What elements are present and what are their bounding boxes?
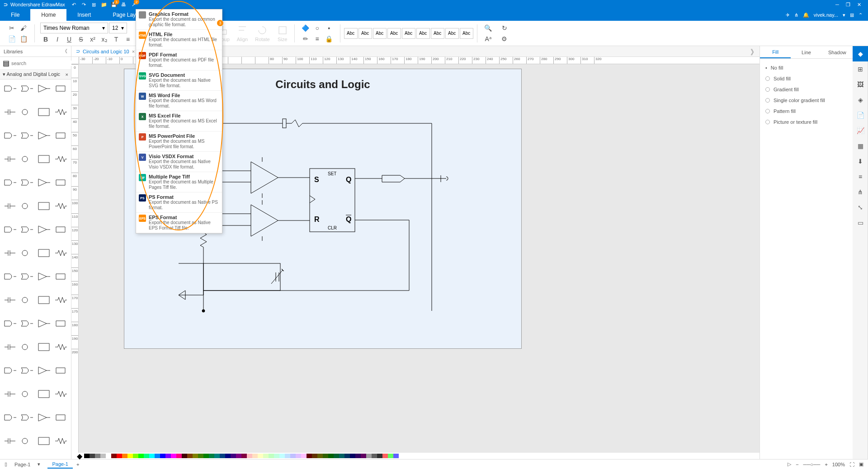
shape-item[interactable] xyxy=(37,317,51,330)
shape-item[interactable] xyxy=(37,435,51,447)
user-dropdown-icon[interactable]: ▾ xyxy=(843,12,845,18)
table-tab-icon[interactable]: ▦ xyxy=(853,138,868,154)
color-swatch[interactable] xyxy=(247,454,252,458)
layers-tab-icon[interactable]: ◈ xyxy=(853,92,868,108)
shape-item[interactable] xyxy=(19,411,34,424)
close-tab-icon[interactable]: × xyxy=(132,49,135,54)
color-swatch[interactable] xyxy=(269,454,274,458)
color-swatch[interactable] xyxy=(160,454,165,458)
shape-item[interactable] xyxy=(37,388,51,400)
shape-item[interactable] xyxy=(53,153,68,165)
color-swatch[interactable] xyxy=(372,454,377,458)
export-button[interactable]: ↗2 xyxy=(130,1,137,8)
shape-item[interactable] xyxy=(53,247,68,259)
layout-tab-icon[interactable]: ⊞ xyxy=(853,61,868,77)
play-icon[interactable]: ▷ xyxy=(788,461,791,467)
shape-item[interactable] xyxy=(53,82,68,95)
send-icon[interactable]: ✈ xyxy=(786,12,790,18)
rotate-button[interactable]: Rotate xyxy=(252,25,272,42)
save-button[interactable]: 💾1 xyxy=(110,1,118,8)
shape-item[interactable] xyxy=(3,435,17,447)
shape-item[interactable] xyxy=(19,200,34,212)
shape-item[interactable] xyxy=(53,341,68,353)
shape-item[interactable] xyxy=(19,341,34,353)
list-button[interactable]: ≡ xyxy=(123,34,133,44)
color-swatch[interactable] xyxy=(231,454,236,458)
fill-color-button[interactable]: 🔷 xyxy=(300,23,311,33)
color-swatch[interactable] xyxy=(171,454,176,458)
color-swatch[interactable] xyxy=(279,454,285,458)
shape-item[interactable] xyxy=(37,247,51,259)
export-option[interactable]: PMS PowerPoint FileExport the document a… xyxy=(136,131,222,152)
color-swatch[interactable] xyxy=(144,454,149,458)
shape-item[interactable] xyxy=(3,247,17,259)
shape-item[interactable] xyxy=(3,153,17,165)
user-name[interactable]: vivek.nay... xyxy=(814,12,838,18)
library-menu-icon[interactable]: ▤ xyxy=(3,59,9,67)
fill-option[interactable]: Solid fill xyxy=(765,73,847,84)
style-gallery[interactable]: AbcAbcAbcAbcAbcAbcAbcAbcAbc xyxy=(344,28,473,39)
color-swatch[interactable] xyxy=(334,454,339,458)
shape-item[interactable] xyxy=(37,411,51,424)
shape-item[interactable] xyxy=(19,435,34,447)
maximize-button[interactable]: ❐ xyxy=(843,2,854,8)
color-swatch[interactable] xyxy=(241,454,247,458)
line-color-button[interactable]: ○ xyxy=(312,23,323,33)
export-option[interactable]: WMS Word FileExport the document as MS W… xyxy=(136,91,222,111)
shape-item[interactable] xyxy=(19,317,34,330)
export-option[interactable]: PDFPDF FormatExport the document as PDF … xyxy=(136,50,222,70)
lock-button[interactable]: 🔒 xyxy=(324,34,335,44)
shape-item[interactable] xyxy=(37,106,51,118)
close-section-icon[interactable]: × xyxy=(66,72,68,77)
open-button[interactable]: 📁 xyxy=(100,1,108,8)
style-preset[interactable]: Abc xyxy=(402,28,415,39)
color-swatch[interactable] xyxy=(193,454,198,458)
new-button[interactable]: ⊞ xyxy=(90,1,98,8)
shape-item[interactable] xyxy=(3,106,17,118)
shape-item[interactable] xyxy=(53,364,68,377)
more-button[interactable]: ⚙ xyxy=(499,34,510,44)
style-preset[interactable]: Abc xyxy=(445,28,459,39)
underline-button[interactable]: U xyxy=(64,34,75,44)
style-preset[interactable]: Abc xyxy=(431,28,444,39)
color-swatch[interactable] xyxy=(214,454,220,458)
color-swatch[interactable] xyxy=(350,454,355,458)
style-preset[interactable]: Abc xyxy=(416,28,430,39)
shape-item[interactable] xyxy=(3,341,17,353)
search-input[interactable] xyxy=(11,61,74,66)
fill-option[interactable]: Gradient fill xyxy=(765,84,847,95)
collapse-right-icon[interactable]: 》 xyxy=(750,48,758,55)
color-swatch[interactable] xyxy=(382,454,388,458)
pen-button[interactable]: ✏ xyxy=(300,34,311,44)
text-style-button[interactable]: Aᵃ xyxy=(483,34,494,44)
shape-item[interactable] xyxy=(3,82,17,95)
italic-button[interactable]: I xyxy=(52,34,63,44)
shape-item[interactable] xyxy=(19,247,34,259)
color-swatch[interactable] xyxy=(203,454,209,458)
color-swatch[interactable] xyxy=(317,454,323,458)
collapse-ribbon-icon[interactable]: ⌃ xyxy=(859,12,863,18)
line-tab[interactable]: Line xyxy=(791,46,821,58)
color-swatch[interactable] xyxy=(220,454,225,458)
color-swatch[interactable] xyxy=(236,454,241,458)
color-swatch[interactable] xyxy=(323,454,328,458)
shape-item[interactable] xyxy=(37,294,51,306)
color-swatch[interactable] xyxy=(274,454,279,458)
strike-button[interactable]: S xyxy=(75,34,86,44)
shape-item[interactable] xyxy=(37,270,51,283)
shape-item[interactable] xyxy=(19,294,34,306)
color-swatch[interactable] xyxy=(111,454,117,458)
shape-item[interactable] xyxy=(37,364,51,377)
shape-item[interactable] xyxy=(19,153,34,165)
color-swatch[interactable] xyxy=(263,454,269,458)
shape-item[interactable] xyxy=(53,294,68,306)
minimize-button[interactable]: ─ xyxy=(832,2,843,7)
shape-item[interactable] xyxy=(53,176,68,189)
color-swatch[interactable] xyxy=(84,454,90,458)
close-button[interactable]: ✕ xyxy=(854,2,864,8)
color-swatch[interactable] xyxy=(90,454,95,458)
shape-item[interactable] xyxy=(53,411,68,424)
tab-file[interactable]: File xyxy=(0,9,30,21)
color-swatch[interactable] xyxy=(290,454,296,458)
export-tab-icon[interactable]: ⬇ xyxy=(853,154,868,169)
